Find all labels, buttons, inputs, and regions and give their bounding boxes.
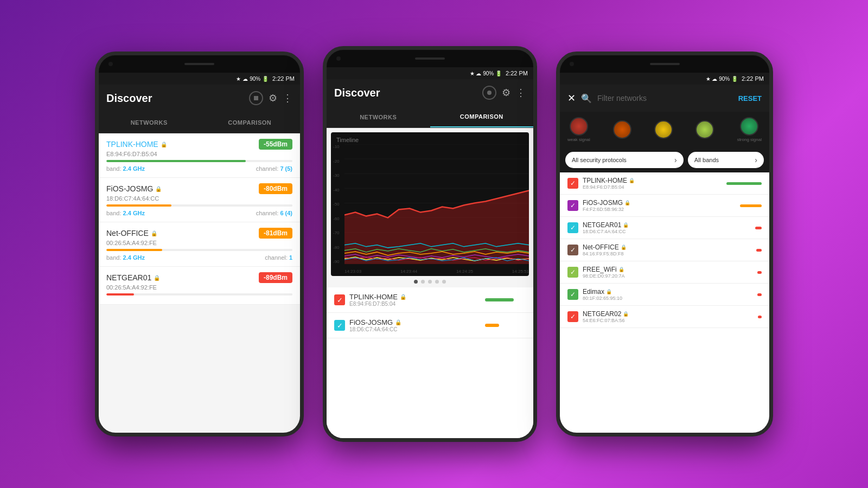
tab-networks-2[interactable]: NETWORKS bbox=[327, 106, 430, 127]
phones-container: ★ ☁ ★ ☁ 90% 🔋 90% 🔋 2:22 PM Discover ⚙ ⋮… bbox=[95, 46, 773, 442]
comparison-content-2: Timeline -10 -20 -30 -40 -50 -60 -70 -80… bbox=[327, 128, 533, 438]
network-item-1-1[interactable]: TPLINK-HOME 🔒 -55dBm E8:94:F6:D7:B5:04 b… bbox=[99, 133, 300, 178]
filter-item-3-3[interactable]: ✓ NETGEAR01 🔒 18:D6:C7:4A:64:CC bbox=[560, 217, 769, 239]
status-time-2: 2:22 PM bbox=[506, 70, 528, 76]
phone-1-top bbox=[99, 55, 300, 73]
phone-camera-1 bbox=[108, 62, 113, 66]
tab-networks-1[interactable]: NETWORKS bbox=[99, 112, 200, 133]
status-bar-1: ★ ☁ ★ ☁ 90% 🔋 90% 🔋 2:22 PM bbox=[99, 73, 300, 85]
network-list-1: TPLINK-HOME 🔒 -55dBm E8:94:F6:D7:B5:04 b… bbox=[99, 133, 300, 433]
filter-item-3-1[interactable]: ✓ TPLINK-HOME 🔒 E8:94:F6:D7:B5:04 bbox=[560, 172, 769, 195]
comp-item-2-2[interactable]: ✓ FiOS-JOSMG 🔒 18:D6:C7:4A:64:CC bbox=[327, 313, 533, 338]
phone-speaker-1 bbox=[184, 63, 214, 65]
page-background: ★ ☁ ★ ☁ 90% 🔋 90% 🔋 2:22 PM Discover ⚙ ⋮… bbox=[0, 0, 868, 488]
app-title-1: Discover bbox=[106, 92, 244, 105]
network-item-1-2[interactable]: FiOS-JOSMG 🔒 -80dBm 18:D6:C7:4A:64:CC ba… bbox=[99, 178, 300, 222]
x-axis-2: 14:23:03 14:23:44 14:24:25 14:25:51 bbox=[344, 269, 529, 274]
watermark-3: ·K bbox=[745, 386, 761, 403]
app-header-2: Discover ⚙ ⋮ bbox=[327, 79, 533, 106]
dots-indicator-2 bbox=[327, 276, 533, 287]
phone-2-top bbox=[327, 50, 533, 67]
close-btn-3[interactable]: ✕ bbox=[567, 92, 576, 104]
chart-svg-2 bbox=[344, 144, 529, 264]
tabs-1: NETWORKS COMPARISON bbox=[99, 112, 300, 133]
phone-speaker-2 bbox=[415, 57, 445, 60]
phone-speaker-3 bbox=[650, 63, 680, 65]
comp-item-2-1[interactable]: ✓ TPLINK-HOME 🔒 E8:94:F6:D7:B5:04 bbox=[327, 287, 533, 313]
tab-comparison-2[interactable]: COMPARISON bbox=[430, 106, 534, 127]
bar-container-1-1 bbox=[106, 160, 292, 162]
bands-btn-3[interactable]: All bands › bbox=[688, 152, 764, 168]
phone-3-top bbox=[560, 55, 769, 73]
phone-camera-3 bbox=[570, 62, 574, 66]
comparison-list-2: ✓ TPLINK-HOME 🔒 E8:94:F6:D7:B5:04 bbox=[327, 287, 533, 438]
signal-badge-1-1: -55dBm bbox=[259, 139, 292, 150]
equalizer-btn-1[interactable]: ⚙ bbox=[269, 92, 277, 104]
chart-label-2: Timeline bbox=[336, 137, 359, 143]
status-icons-1: ★ ☁ ★ ☁ 90% 🔋 90% 🔋 2:22 PM bbox=[236, 75, 295, 82]
radar-btn-1[interactable] bbox=[249, 91, 263, 105]
app-title-2: Discover bbox=[334, 87, 477, 99]
app-header-1: Discover ⚙ ⋮ bbox=[99, 85, 300, 112]
filter-item-3-5[interactable]: ✓ FREE_WiFi 🔒 98:DE:D0:97:20:7A bbox=[560, 261, 769, 284]
filter-placeholder-3: Filter networks bbox=[597, 94, 733, 102]
chart-area-2: Timeline -10 -20 -30 -40 -50 -60 -70 -80… bbox=[331, 132, 529, 276]
phone-camera-2 bbox=[336, 56, 341, 61]
more-btn-1[interactable]: ⋮ bbox=[283, 92, 292, 104]
signal-badge-1-2: -80dBm bbox=[259, 183, 292, 194]
filter-item-3-4[interactable]: ✓ Net-OFFICE 🔒 84:16:F9:F5:8D:F8 bbox=[560, 239, 769, 261]
security-protocol-btn-3[interactable]: All security protocols › bbox=[565, 152, 684, 168]
more-btn-2[interactable]: ⋮ bbox=[516, 87, 526, 99]
tab-comparison-1[interactable]: COMPARISON bbox=[200, 112, 301, 133]
network-item-1-4[interactable]: NETGEAR01 🔒 -89dBm 00:26:5A:A4:92:FE bbox=[99, 267, 300, 305]
filter-header-3: ✕ 🔍 Filter networks RESET bbox=[560, 85, 769, 112]
network-item-1-3[interactable]: Net-OFFICE 🔒 -81dBm 00:26:5A:A4:92:FE ba… bbox=[99, 222, 300, 267]
phone-2: ★ ☁ 90% 🔋 2:22 PM Discover ⚙ ⋮ NETWORKS … bbox=[323, 46, 537, 442]
status-time-3: 2:22 PM bbox=[742, 75, 764, 82]
lock-1-1: 🔒 bbox=[161, 142, 167, 147]
search-icon-3: 🔍 bbox=[581, 93, 592, 104]
y-axis-2: -10 -20 -30 -40 -50 -60 -70 -80 -90 bbox=[333, 144, 340, 264]
signal-strength-row-3: weak signal strong signal bbox=[560, 112, 769, 147]
phone-3: ★ ☁ 90% 🔋 2:22 PM ✕ 🔍 Filter networks RE… bbox=[556, 52, 773, 436]
tabs-2: NETWORKS COMPARISON bbox=[327, 106, 533, 128]
reset-btn-3[interactable]: RESET bbox=[738, 94, 762, 102]
filter-buttons-3: All security protocols › All bands › bbox=[560, 147, 769, 172]
status-bar-2: ★ ☁ 90% 🔋 2:22 PM bbox=[327, 67, 533, 79]
filter-item-3-6[interactable]: ✓ Edimax 🔒 80:1F:02:65:95:10 bbox=[560, 284, 769, 306]
status-bar-3: ★ ☁ 90% 🔋 2:22 PM bbox=[560, 73, 769, 85]
status-time-1: 2:22 PM bbox=[272, 75, 295, 82]
filter-network-list-3: ✓ TPLINK-HOME 🔒 E8:94:F6:D7:B5:04 ✓ bbox=[560, 172, 769, 433]
radar-btn-2[interactable] bbox=[482, 86, 496, 100]
filter-item-3-7[interactable]: ✓ NETGEAR02 🔒 54:E6:FC:07:BA:56 bbox=[560, 306, 769, 328]
equalizer-btn-2[interactable]: ⚙ bbox=[502, 87, 510, 99]
filter-item-3-2[interactable]: ✓ FiOS-JOSMG 🔒 F4:F2:6D:5B:96:32 bbox=[560, 195, 769, 217]
mac-1-1: E8:94:F6:D7:B5:04 bbox=[106, 151, 292, 157]
phone-1: ★ ☁ ★ ☁ 90% 🔋 90% 🔋 2:22 PM Discover ⚙ ⋮… bbox=[95, 52, 304, 436]
